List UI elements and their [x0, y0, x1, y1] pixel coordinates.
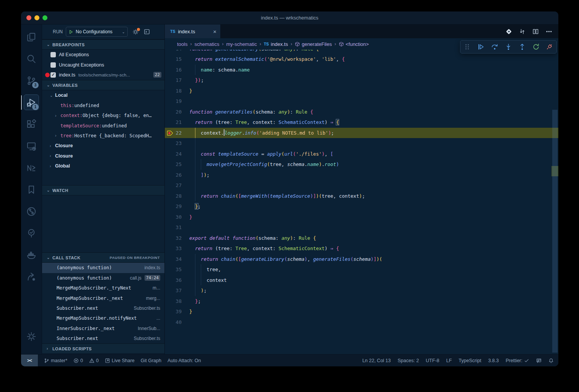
- code-line[interactable]: 30}: [165, 212, 558, 223]
- breakpoint-row[interactable]: Uncaught Exceptions: [42, 60, 164, 70]
- continue-icon[interactable]: [477, 43, 485, 50]
- breadcrumb-file[interactable]: TSindex.ts: [264, 41, 288, 47]
- prettier-item[interactable]: Prettier:: [506, 358, 529, 363]
- line-gutter[interactable]: 35: [165, 264, 189, 275]
- activity-todo-tree-icon[interactable]: [23, 222, 40, 244]
- activity-nx-console-icon[interactable]: [23, 157, 40, 179]
- line-gutter[interactable]: 21: [165, 117, 189, 128]
- code-line[interactable]: 19: [165, 96, 558, 107]
- line-gutter[interactable]: 26: [165, 170, 189, 181]
- code-line[interactable]: 29 };: [165, 201, 558, 212]
- call-stack-frame[interactable]: InnerSubscriber._nextInnerSub...: [42, 324, 164, 333]
- variables-section-header[interactable]: ⌄ VARIABLES: [42, 80, 164, 90]
- code-line[interactable]: 20function generateFiles(schema: any): R…: [165, 107, 558, 117]
- step-out-icon[interactable]: [519, 43, 526, 50]
- code-line[interactable]: 40: [165, 317, 558, 328]
- current-debug-line[interactable]: 22 context.logger.info('adding NOTES.md …: [165, 128, 558, 138]
- ts-version-item[interactable]: 3.8.3: [488, 358, 499, 363]
- line-gutter[interactable]: 19: [165, 96, 189, 107]
- code-line[interactable]: 32export default function(schema: any): …: [165, 233, 558, 244]
- breakpoint-checkbox[interactable]: [50, 52, 56, 57]
- line-gutter[interactable]: 31: [165, 222, 189, 233]
- variable-scope-row[interactable]: ⌄Local: [42, 90, 164, 100]
- live-share-item[interactable]: Live Share: [105, 358, 135, 363]
- line-gutter[interactable]: 25: [165, 159, 189, 170]
- feedback-item[interactable]: [536, 358, 542, 363]
- call-stack-frame[interactable]: MergeMapSubscriber._nextmerg...: [42, 293, 164, 303]
- code-line[interactable]: 37 );: [165, 285, 558, 296]
- breakpoint-current-line-icon[interactable]: [167, 130, 174, 137]
- activity-run-debug-icon[interactable]: 1: [23, 91, 40, 113]
- eol-item[interactable]: LF: [446, 358, 452, 363]
- line-gutter[interactable]: 24: [165, 149, 189, 159]
- breakpoint-checkbox[interactable]: ✓: [50, 72, 56, 78]
- variable-row[interactable]: this: undefined: [42, 101, 164, 111]
- step-into-icon[interactable]: [505, 43, 512, 50]
- line-gutter[interactable]: 15: [165, 54, 189, 65]
- close-tab-icon[interactable]: ×: [213, 28, 216, 35]
- code-line[interactable]: 21 return (tree: Tree, context: Schemati…: [165, 117, 558, 128]
- breadcrumb-symbol[interactable]: generateFiles: [295, 41, 332, 47]
- git-graph-item[interactable]: Git Graph: [141, 358, 161, 363]
- branch-item[interactable]: master*: [44, 358, 67, 363]
- line-gutter[interactable]: 23: [165, 138, 189, 149]
- tab-index-ts[interactable]: TS index.ts ×: [165, 24, 220, 38]
- code-line[interactable]: 36 context: [165, 275, 558, 286]
- code-line[interactable]: 26 ]);: [165, 170, 558, 181]
- line-gutter[interactable]: 32: [165, 233, 189, 244]
- code-line[interactable]: 34 return chain([generateLibrary(schema)…: [165, 254, 558, 265]
- code-line[interactable]: 33 return (tree: Tree, context: Schemati…: [165, 243, 558, 254]
- activity-extensions-icon[interactable]: [23, 113, 40, 135]
- code-line[interactable]: 18}: [165, 86, 558, 96]
- disconnect-icon[interactable]: [546, 43, 553, 50]
- activity-search-icon[interactable]: [23, 48, 40, 70]
- line-gutter[interactable]: 33: [165, 243, 189, 254]
- remote-indicator[interactable]: ><: [21, 355, 38, 366]
- compare-changes-icon[interactable]: [519, 28, 525, 35]
- cursor-position-item[interactable]: Ln 22, Col 13: [362, 358, 390, 363]
- drag-handle-icon[interactable]: [464, 43, 471, 50]
- code-line[interactable]: 28 return chain([mergeWith(templateSourc…: [165, 191, 558, 202]
- line-gutter[interactable]: 20: [165, 107, 189, 117]
- line-gutter[interactable]: 37: [165, 285, 189, 296]
- call-stack-frame[interactable]: (anonymous function)index.ts: [42, 263, 164, 273]
- breadcrumb-symbol[interactable]: <function>: [339, 41, 369, 47]
- line-gutter[interactable]: 22: [165, 128, 189, 138]
- variable-row[interactable]: ›tree: HostTree {_backend: ScopedH…: [42, 131, 164, 141]
- split-editor-icon[interactable]: [532, 28, 539, 35]
- breadcrumb-folder[interactable]: tools: [177, 41, 187, 47]
- activity-share-icon[interactable]: [23, 266, 40, 288]
- line-gutter[interactable]: 27: [165, 180, 189, 191]
- configuration-name[interactable]: No Configurations: [76, 29, 120, 34]
- call-stack-frame[interactable]: Subscriber.nextSubscriber.ts: [42, 333, 164, 343]
- loaded-scripts-section-header[interactable]: › LOADED SCRIPTS: [42, 343, 164, 354]
- warnings-item[interactable]: 0: [89, 358, 99, 363]
- scrollbar-thumb[interactable]: [552, 110, 558, 353]
- gitlens-diamond-icon[interactable]: [506, 28, 512, 35]
- code-line[interactable]: 35 tree,: [165, 264, 558, 275]
- call-stack-frame[interactable]: (anonymous function)call.js74:24: [42, 273, 164, 283]
- editor[interactable]: tools›schematics›my-schematic›TSindex.ts…: [165, 38, 558, 354]
- code-line[interactable]: 23: [165, 138, 558, 149]
- line-gutter[interactable]: 36: [165, 275, 189, 286]
- start-debug-icon[interactable]: [68, 29, 73, 34]
- code-line[interactable]: 15 return externalSchematic('@nrwl/works…: [165, 54, 558, 65]
- line-gutter[interactable]: 18: [165, 86, 189, 96]
- activity-source-control-icon[interactable]: 3: [23, 70, 40, 91]
- breadcrumb-folder[interactable]: schematics: [194, 41, 219, 47]
- errors-item[interactable]: 0: [73, 358, 83, 363]
- code-line[interactable]: 38 };: [165, 296, 558, 307]
- launch-configuration-dropdown[interactable]: No Configurations ⌄: [66, 27, 128, 37]
- more-actions-icon[interactable]: [546, 28, 552, 35]
- debug-console-icon[interactable]: [143, 28, 150, 35]
- line-gutter[interactable]: 40: [165, 317, 189, 328]
- call-stack-frame[interactable]: Subscriber.nextSubscriber.ts: [42, 303, 164, 313]
- breadcrumb-folder[interactable]: my-schematic: [226, 41, 257, 47]
- variable-scope-row[interactable]: ›Closure: [42, 151, 164, 161]
- activity-docker-icon[interactable]: [23, 244, 40, 266]
- line-gutter[interactable]: 30: [165, 212, 189, 223]
- restart-icon[interactable]: [532, 43, 540, 50]
- breakpoint-row[interactable]: All Exceptions: [42, 50, 164, 60]
- code-line[interactable]: 16 name: schema.name: [165, 65, 558, 75]
- line-gutter[interactable]: 29: [165, 201, 189, 212]
